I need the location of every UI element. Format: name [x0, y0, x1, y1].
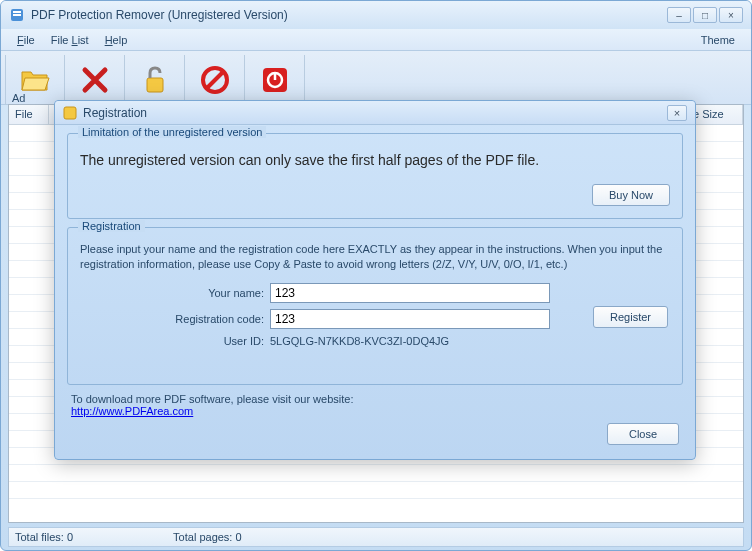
unlock-button[interactable] — [125, 55, 185, 105]
registration-groupbox: Registration Please input your name and … — [67, 227, 683, 385]
window-title: PDF Protection Remover (Unregistered Ver… — [31, 8, 667, 22]
buy-now-button[interactable]: Buy Now — [592, 184, 670, 206]
registration-group-title: Registration — [78, 220, 145, 232]
svg-rect-3 — [147, 78, 163, 92]
table-row — [9, 482, 743, 499]
delete-x-icon — [79, 64, 111, 96]
menu-file[interactable]: File — [9, 32, 43, 48]
maximize-button[interactable]: □ — [693, 7, 717, 23]
dialog-title: Registration — [83, 106, 667, 120]
registration-dialog: Registration × Limitation of the unregis… — [54, 100, 696, 460]
remove-restriction-button[interactable] — [185, 55, 245, 105]
delete-button[interactable] — [65, 55, 125, 105]
titlebar: PDF Protection Remover (Unregistered Ver… — [1, 1, 751, 29]
limitation-group-title: Limitation of the unregistered version — [78, 126, 266, 138]
limitation-groupbox: Limitation of the unregistered version T… — [67, 133, 683, 219]
menu-file-list[interactable]: File List — [43, 32, 97, 48]
toolbar-add-label: Ad — [12, 92, 25, 104]
dialog-titlebar: Registration × — [55, 101, 695, 125]
limitation-text: The unregistered version can only save t… — [80, 148, 670, 168]
prohibit-icon — [199, 64, 231, 96]
statusbar: Total files: 0 Total pages: 0 — [8, 527, 744, 547]
svg-line-5 — [207, 72, 223, 88]
code-label: Registration code: — [80, 313, 270, 325]
download-text: To download more PDF software, please vi… — [71, 393, 683, 417]
column-header-file[interactable]: File — [9, 105, 49, 124]
name-row: Your name: — [80, 283, 670, 303]
dialog-close-button[interactable]: × — [667, 105, 687, 121]
unlock-icon — [139, 64, 171, 96]
window-controls: – □ × — [667, 7, 743, 23]
name-label: Your name: — [80, 287, 270, 299]
menu-help[interactable]: Help — [97, 32, 136, 48]
svg-rect-1 — [13, 11, 21, 13]
register-button[interactable]: Register — [593, 306, 668, 328]
app-icon — [9, 7, 25, 23]
close-button[interactable]: Close — [607, 423, 679, 445]
dialog-icon — [63, 106, 77, 120]
toolbar — [1, 51, 751, 105]
user-id-label: User ID: — [80, 335, 270, 347]
power-icon — [259, 64, 291, 96]
close-button[interactable]: × — [719, 7, 743, 23]
dialog-body: Limitation of the unregistered version T… — [55, 125, 695, 425]
minimize-button[interactable]: – — [667, 7, 691, 23]
svg-rect-12 — [64, 107, 76, 119]
menubar: File File List Help Theme — [1, 29, 751, 51]
user-id-value: 5LGQLG-N7KKD8-KVC3ZI-0DQ4JG — [270, 335, 449, 347]
status-total-files: Total files: 0 — [15, 531, 73, 543]
name-input[interactable] — [270, 283, 550, 303]
menu-theme[interactable]: Theme — [693, 32, 743, 48]
code-row: Registration code: — [80, 309, 670, 329]
code-input[interactable] — [270, 309, 550, 329]
status-total-pages: Total pages: 0 — [173, 531, 242, 543]
download-link[interactable]: http://www.PDFArea.com — [71, 405, 193, 417]
exit-button[interactable] — [245, 55, 305, 105]
user-id-row: User ID: 5LGQLG-N7KKD8-KVC3ZI-0DQ4JG — [80, 335, 670, 347]
registration-instructions: Please input your name and the registrat… — [80, 242, 670, 273]
table-row — [9, 465, 743, 482]
svg-rect-2 — [13, 14, 21, 16]
